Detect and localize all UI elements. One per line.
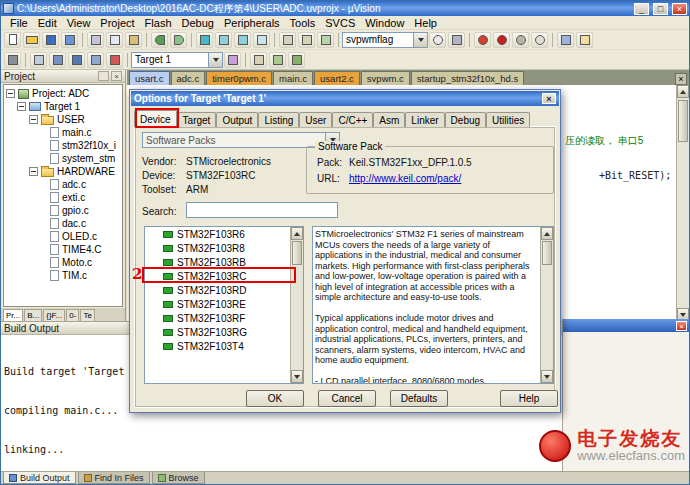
stop-build-icon[interactable] (106, 52, 123, 68)
collapse-icon[interactable] (6, 89, 15, 98)
dialog-tab-target[interactable]: Target (177, 112, 217, 127)
tab-functions[interactable]: {}F... (43, 309, 65, 321)
cancel-button[interactable]: Cancel (318, 390, 376, 407)
prev-bookmark-icon[interactable] (215, 32, 232, 48)
scroll-down-icon[interactable] (541, 370, 553, 383)
translate-icon[interactable] (30, 52, 47, 68)
device-search-input[interactable] (186, 202, 338, 218)
find-combobox[interactable]: svpwmflag (342, 32, 428, 48)
editor-tab-startup[interactable]: startup_stm32f10x_hd.s (411, 71, 524, 85)
device-list-scrollbar[interactable] (290, 227, 303, 383)
options-for-target-icon[interactable] (224, 52, 241, 68)
tree-item-file[interactable]: TIM.c (4, 269, 122, 282)
editor-tab-usart[interactable]: usart.c (129, 71, 170, 85)
menu-svcs[interactable]: SVCS (320, 17, 360, 29)
dialog-tab-linker[interactable]: Linker (405, 112, 444, 127)
help-button[interactable]: Help (500, 390, 558, 407)
tree-item-file[interactable]: Moto.c (4, 256, 122, 269)
menu-tools[interactable]: Tools (285, 17, 321, 29)
close-icon[interactable]: × (111, 71, 122, 81)
clear-bookmarks-icon[interactable] (253, 32, 270, 48)
close-document-icon[interactable]: × (675, 73, 687, 85)
editor-scrollbar[interactable] (676, 85, 689, 321)
statusbar-tab-find-in-files[interactable]: Find In Files (78, 472, 150, 484)
tree-item-target[interactable]: Target 1 (4, 100, 122, 113)
menu-project[interactable]: Project (95, 17, 139, 29)
tree-item-project-root[interactable]: Project: ADC (4, 87, 122, 100)
paste-icon[interactable] (125, 32, 142, 48)
tree-item-file[interactable]: adc.c (4, 178, 122, 191)
tab-books[interactable]: B... (24, 309, 42, 321)
editor-tab-svpwm[interactable]: svpwm.c (361, 71, 410, 85)
device-list-item[interactable]: STM32F103RB (145, 255, 303, 269)
kill-breakpoints-icon[interactable] (531, 32, 548, 48)
device-list-item[interactable]: STM32F103R6 (145, 227, 303, 241)
ok-button[interactable]: OK (246, 390, 304, 407)
collapse-icon[interactable] (29, 115, 38, 124)
outdent-icon[interactable] (298, 32, 315, 48)
scroll-up-icon[interactable] (541, 227, 553, 240)
dialog-tab-cpp[interactable]: C/C++ (332, 112, 373, 127)
collapse-icon[interactable] (29, 167, 38, 176)
editor-tab-adc[interactable]: adc.c (171, 71, 206, 85)
editor-tab-usart2[interactable]: usart2.c (314, 71, 360, 85)
next-bookmark-icon[interactable] (234, 32, 251, 48)
pin-icon[interactable] (98, 71, 109, 81)
close-icon[interactable]: × (676, 321, 687, 331)
collapse-icon[interactable] (17, 102, 26, 111)
menu-peripherals[interactable]: Peripherals (219, 17, 285, 29)
device-description-box[interactable]: STMicroelectronics' STM32 F1 series of m… (312, 226, 554, 384)
pack-installer-icon[interactable] (288, 52, 305, 68)
scrollbar-thumb[interactable] (542, 241, 552, 265)
scroll-up-icon[interactable] (291, 227, 303, 240)
scroll-down-icon[interactable] (291, 370, 303, 383)
chevron-down-icon[interactable] (208, 53, 222, 67)
device-list-item[interactable]: STM32F103RF (145, 311, 303, 325)
download-icon[interactable] (4, 52, 21, 68)
rebuild-icon[interactable] (68, 52, 85, 68)
undo-icon[interactable] (151, 32, 168, 48)
tab-templates[interactable]: 0- (66, 309, 79, 321)
dialog-tab-output[interactable]: Output (216, 112, 258, 127)
tree-item-file[interactable]: gpio.c (4, 204, 122, 217)
tree-item-file[interactable]: main.c (4, 126, 122, 139)
dialog-tab-user[interactable]: User (299, 112, 332, 127)
help-icon[interactable] (576, 32, 593, 48)
disable-breakpoints-icon[interactable] (512, 32, 529, 48)
comment-icon[interactable] (317, 32, 334, 48)
menu-edit[interactable]: Edit (33, 17, 62, 29)
redo-icon[interactable] (170, 32, 187, 48)
menu-view[interactable]: View (62, 17, 96, 29)
tree-item-file[interactable]: TIME4.C (4, 243, 122, 256)
menu-flash[interactable]: Flash (140, 17, 177, 29)
manage-components-icon[interactable] (269, 52, 286, 68)
find-icon[interactable] (429, 32, 446, 48)
tree-item-file[interactable]: exti.c (4, 191, 122, 204)
statusbar-tab-build-output[interactable]: Build Output (3, 472, 76, 484)
maximize-icon[interactable]: □ (653, 3, 668, 15)
tree-item-file[interactable]: OLED.c (4, 230, 122, 243)
device-list-item[interactable]: STM32F103T4 (145, 339, 303, 353)
copy-icon[interactable] (106, 32, 123, 48)
tree-item-file[interactable]: stm32f10x_i (4, 139, 122, 152)
close-icon[interactable]: × (672, 3, 687, 15)
scrollbar-thumb[interactable] (292, 241, 302, 265)
windows-icon[interactable] (557, 32, 574, 48)
tree-item-group-hardware[interactable]: HARDWARE (4, 165, 122, 178)
chevron-down-icon[interactable] (413, 33, 427, 47)
menu-debug[interactable]: Debug (177, 17, 219, 29)
batch-build-icon[interactable] (87, 52, 104, 68)
scrollbar-thumb[interactable] (678, 100, 688, 142)
target-combobox[interactable]: Target 1 (131, 52, 223, 68)
description-scrollbar[interactable] (540, 227, 553, 383)
device-list-item[interactable]: STM32F103RG (145, 325, 303, 339)
dialog-tab-asm[interactable]: Asm (373, 112, 405, 127)
device-list-item[interactable]: STM32F103RD (145, 283, 303, 297)
save-all-icon[interactable] (61, 32, 78, 48)
dialog-tab-device[interactable]: Device (134, 110, 177, 127)
debug-session-icon[interactable] (474, 32, 491, 48)
dialog-tab-debug[interactable]: Debug (445, 112, 486, 127)
tab-project[interactable]: Pr... (3, 309, 23, 321)
defaults-button[interactable]: Defaults (390, 390, 448, 407)
menu-file[interactable]: File (5, 17, 33, 29)
